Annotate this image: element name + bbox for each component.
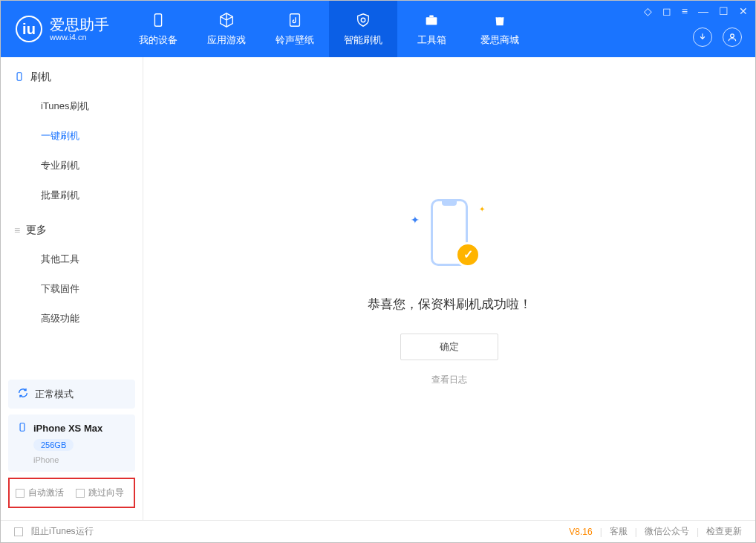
svg-rect-3 <box>429 16 434 18</box>
option-label: 阻止iTunes运行 <box>31 525 94 538</box>
sparkle-icon: ✦ <box>479 205 485 213</box>
music-file-icon <box>286 11 304 29</box>
sidebar-item-other-tools[interactable]: 其他工具 <box>1 244 143 274</box>
section-label: 更多 <box>26 224 47 237</box>
device-name: iPhone XS Max <box>33 423 102 434</box>
option-auto-activate[interactable]: 自动激活 <box>16 487 64 499</box>
divider: | <box>697 527 699 537</box>
tab-label: 工具箱 <box>417 33 446 47</box>
sidebar-section-more: ≡ 更多 <box>1 210 143 244</box>
phone-icon <box>149 11 167 29</box>
divider: | <box>600 527 602 537</box>
flash-options-highlighted: 自动激活 跳过向导 <box>8 478 135 508</box>
close-icon[interactable]: ✕ <box>737 4 749 19</box>
sidebar-item-advanced[interactable]: 高级功能 <box>1 304 143 334</box>
sync-icon <box>17 387 29 401</box>
footer-link-update[interactable]: 检查更新 <box>706 525 742 538</box>
sidebar-section-flash: 刷机 <box>1 57 143 91</box>
divider: | <box>635 527 637 537</box>
footer-link-wechat[interactable]: 微信公众号 <box>645 525 689 538</box>
device-small-icon <box>14 71 25 84</box>
tab-ringtone-wallpaper[interactable]: 铃声壁纸 <box>261 1 329 57</box>
footer-bar: 阻止iTunes运行 V8.16 | 客服 | 微信公众号 | 检查更新 <box>1 520 755 542</box>
option-skip-guide[interactable]: 跳过向导 <box>76 487 124 499</box>
svg-rect-2 <box>426 17 437 25</box>
section-label: 刷机 <box>30 71 51 84</box>
svg-rect-1 <box>290 14 300 27</box>
logo-icon: iu <box>16 16 42 42</box>
phone-small-icon <box>17 422 27 435</box>
status-label: 正常模式 <box>35 388 74 401</box>
nav-tabs: 我的设备 应用游戏 铃声壁纸 智能刷机 工具箱 爱思商城 <box>124 1 534 57</box>
user-icon[interactable] <box>723 27 742 47</box>
app-header: iu 爱思助手 www.i4.cn 我的设备 应用游戏 铃声壁纸 智能刷机 工具… <box>1 1 755 57</box>
app-url: www.i4.cn <box>50 33 109 42</box>
tab-toolbox[interactable]: 工具箱 <box>397 1 466 57</box>
version-label: V8.16 <box>569 527 592 537</box>
tab-smart-flash[interactable]: 智能刷机 <box>329 1 397 57</box>
success-message: 恭喜您，保资料刷机成功啦！ <box>368 296 532 313</box>
app-logo: iu 爱思助手 www.i4.cn <box>1 16 124 42</box>
success-illustration: ✦ ✦ ✓ <box>405 192 494 281</box>
window-controls: ◇ ◻ ≡ — ☐ ✕ <box>642 4 749 19</box>
sidebar: 刷机 iTunes刷机 一键刷机 专业刷机 批量刷机 ≡ 更多 其他工具 下载固… <box>1 57 143 520</box>
maximize-icon[interactable]: ☐ <box>717 4 730 19</box>
sidebar-item-oneclick-flash[interactable]: 一键刷机 <box>1 121 143 151</box>
sidebar-item-batch-flash[interactable]: 批量刷机 <box>1 181 143 210</box>
sidebar-item-pro-flash[interactable]: 专业刷机 <box>1 151 143 181</box>
checkbox-icon <box>76 489 85 498</box>
sidebar-item-itunes-flash[interactable]: iTunes刷机 <box>1 91 143 121</box>
app-title: 爱思助手 <box>50 16 109 33</box>
svg-rect-5 <box>17 72 22 80</box>
bag-icon <box>491 11 509 29</box>
tab-apps-games[interactable]: 应用游戏 <box>192 1 261 57</box>
skin-icon[interactable]: ◇ <box>642 4 654 19</box>
refresh-shield-icon <box>354 11 372 29</box>
device-info-card[interactable]: iPhone XS Max 256GB iPhone <box>8 414 135 472</box>
header-right-icons <box>693 27 742 47</box>
sparkle-icon: ✦ <box>411 214 420 226</box>
tab-label: 应用游戏 <box>207 33 246 47</box>
svg-point-4 <box>731 34 734 38</box>
tshirt-icon[interactable]: ◻ <box>661 4 673 19</box>
svg-rect-0 <box>154 14 161 27</box>
device-capacity-badge: 256GB <box>33 439 74 451</box>
checkbox-icon <box>14 527 23 536</box>
cube-icon <box>218 11 235 29</box>
briefcase-icon <box>423 11 440 29</box>
tab-label: 爱思商城 <box>480 33 519 47</box>
tab-store[interactable]: 爱思商城 <box>466 1 534 57</box>
option-label: 跳过向导 <box>88 487 124 499</box>
checkbox-icon <box>16 489 25 498</box>
block-itunes-option[interactable]: 阻止iTunes运行 <box>14 525 94 538</box>
view-log-link[interactable]: 查看日志 <box>431 374 467 386</box>
ok-button[interactable]: 确定 <box>400 334 498 360</box>
tab-label: 智能刷机 <box>344 33 382 47</box>
tab-label: 铃声壁纸 <box>276 33 314 47</box>
list-icon: ≡ <box>14 224 20 236</box>
minimize-icon[interactable]: — <box>697 4 710 19</box>
tab-my-device[interactable]: 我的设备 <box>124 1 192 57</box>
download-icon[interactable] <box>693 27 712 47</box>
device-type: iPhone <box>33 455 126 464</box>
device-status-card[interactable]: 正常模式 <box>8 380 135 409</box>
footer-link-service[interactable]: 客服 <box>610 525 628 538</box>
main-content: ✦ ✦ ✓ 恭喜您，保资料刷机成功啦！ 确定 查看日志 <box>143 57 755 520</box>
svg-rect-6 <box>20 423 25 432</box>
menu-icon[interactable]: ≡ <box>680 4 689 19</box>
check-badge-icon: ✓ <box>455 242 480 267</box>
sidebar-item-download-firmware[interactable]: 下载固件 <box>1 274 143 304</box>
option-label: 自动激活 <box>28 487 64 499</box>
tab-label: 我的设备 <box>139 33 177 47</box>
